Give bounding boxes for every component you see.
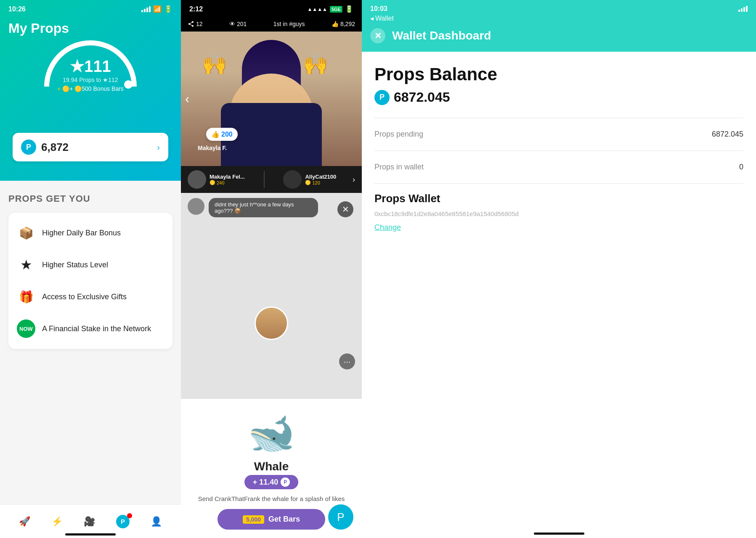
gift-description: Send CrankThatFrank the whale for a spla… [198,495,345,502]
props-pending-value: 6872.045 [712,130,743,139]
raised-hands-left: 🙌 [202,53,227,76]
status-bar: 10:26 📶 🔋 [8,0,172,16]
chat-emoji: 📦 [234,208,241,214]
props-balance-left: P 6,872 [21,140,69,155]
wallet-change-link[interactable]: Change [374,223,743,232]
expand-arrow-icon[interactable]: › [353,175,355,184]
chat-message: didnt they just h**one a few days ago???… [188,198,355,217]
leader-item-2: AllyCat2100 🟡 120 [283,170,336,189]
benefit-text-status: Higher Status Level [42,261,108,269]
gauge-indicator [124,80,133,89]
battery-icon: 🔋 [164,5,172,13]
gauge-level: ★111 [57,57,124,76]
chat-avatar [188,198,204,215]
gauge-subline2: + 🟡+ 🟡500 Bonus Bars [57,84,124,93]
prev-arrow[interactable]: ‹ [185,92,189,106]
gauge-content: ★111 19.94 Props to ★112 + 🟡+ 🟡500 Bonus… [57,57,124,93]
props-get-you-section: PROPS GET YOU 📦 Higher Daily Bar Bonus ★… [0,181,181,355]
leader-bars-2: 🟡 120 [305,180,336,185]
leader-info-2: AllyCat2100 🟡 120 [305,174,336,185]
nav-item-profile[interactable]: 👤 [151,516,162,527]
gauge-subline1: 19.94 Props to ★112 [57,76,124,84]
wallet-content: Props Balance P 6872.045 Props pending 6… [362,52,756,529]
close-button[interactable]: ✕ [337,201,353,217]
raised-hands-right: 🙌 [303,53,328,76]
list-item: 📦 Higher Daily Bar Bonus [8,217,172,249]
leader-name-1: Makayla Fel... [210,174,245,180]
props-nav-icon: P [116,515,130,528]
leader-name-2: AllyCat2100 [305,174,336,180]
props-in-wallet-value: 0 [739,163,743,171]
get-bars-label: Get Bars [268,515,300,524]
daily-bar-icon: 📦 [17,224,35,242]
exclusive-gift-icon: 🎁 [17,287,35,306]
wallet-in-wallet-row: Props in wallet 0 [374,157,743,177]
chat-text: didnt they just h**one a few days ago??? [215,201,294,214]
rank-label: 1st in #guys [273,21,305,27]
leader-item-1: Makayla Fel... 🟡 240 [188,170,245,189]
chat-bubble: didnt they just h**one a few days ago???… [209,198,318,217]
props-in-wallet-label: Props in wallet [374,163,424,171]
wallet-address: 0xcbc18c9dfe1d2e8a0465e85581e9a1540d5680… [374,209,743,219]
video-area: 🙌 🙌 ‹ 👍 200 Makayla F. [181,32,362,166]
rocket-icon: 🚀 [19,516,30,527]
props-balance-bar[interactable]: P 6,872 › [13,133,168,161]
list-item: ★ Higher Status Level [8,249,172,281]
home-indicator-video [246,533,297,535]
wallet-back-label: Wallet [375,15,394,22]
like-count-top: 👍 8,292 [332,21,355,27]
wallet-close-button[interactable]: ✕ [370,28,385,43]
battery-video-icon: 🔋 [345,5,353,13]
chat-area: didnt they just h**one a few days ago???… [181,193,362,399]
lightning-icon: ⚡ [51,516,63,527]
bars-amount: 5,000 [243,515,264,524]
share-count: 12 [188,21,203,27]
network-type: 5GE [330,6,342,13]
wallet-status-bar: 10:03 [362,0,756,13]
wallet-signal-icon [738,6,748,12]
props-get-you-title: PROPS GET YOU [8,193,172,204]
time-label: 10:26 [8,5,26,13]
thumbs-up-icon: 👍 [211,130,220,138]
nav-item-broadcast[interactable]: 🎥 [84,516,95,527]
wallet-divider-1 [374,118,743,118]
panel-myprops: 10:26 📶 🔋 My Props ★111 19.94 Props to ★… [0,0,181,538]
leader-bars-1: 🟡 240 [210,180,245,185]
whale-emoji: 🐋 [248,411,295,456]
benefit-text-exclusive-gifts: Access to Exclusive Gifts [42,293,127,301]
floating-props-button[interactable]: P [328,504,353,530]
wifi-icon: 📶 [153,5,162,13]
video-time: 2:12 [189,5,203,13]
myprops-header: 10:26 📶 🔋 My Props ★111 19.94 Props to ★… [0,0,181,181]
like-bubble: 👍 200 [206,128,238,141]
leader-avatar-1 [188,170,206,189]
gauge-container: ★111 19.94 Props to ★112 + 🟡+ 🟡500 Bonus… [8,40,172,133]
props-coin-icon: P [21,140,36,155]
broadcaster-name: Makayla F. [198,145,227,151]
nav-item-props[interactable]: P [116,515,130,528]
more-options-button[interactable]: ··· [339,353,355,369]
back-chevron-icon: ◂ [370,14,374,22]
get-bars-button[interactable]: 5,000 Get Bars [218,509,325,530]
props-badge-icon: P [281,477,290,487]
wallet-props-icon: P [374,90,390,105]
list-item: 🎁 Access to Exclusive Gifts [8,281,172,313]
wallet-header: ✕ Wallet Dashboard [362,25,756,52]
profile-icon: 👤 [151,516,162,527]
myprops-title: My Props [8,21,172,36]
status-icons: 📶 🔋 [141,5,172,13]
home-indicator-wallet [534,533,584,535]
nav-item-discover[interactable]: 🚀 [19,516,30,527]
chevron-right-icon: › [157,142,160,152]
wallet-amount: 6872.045 [394,90,450,105]
leader-avatar-2 [283,170,302,189]
wallet-back-bar: ◂ Wallet [362,13,756,25]
view-count: 👁 201 [229,21,247,27]
nav-item-activity[interactable]: ⚡ [51,516,63,527]
props-benefits-list: 📦 Higher Daily Bar Bonus ★ Higher Status… [8,213,172,349]
wallet-divider-3 [374,183,743,184]
wallet-divider-2 [374,150,743,151]
leader-info-1: Makayla Fel... 🟡 240 [210,174,245,185]
like-count: 200 [221,131,233,138]
panel-video: 2:12 ▲▲▲▲ 5GE 🔋 12 👁 201 1st in #guys 👍 … [181,0,362,538]
